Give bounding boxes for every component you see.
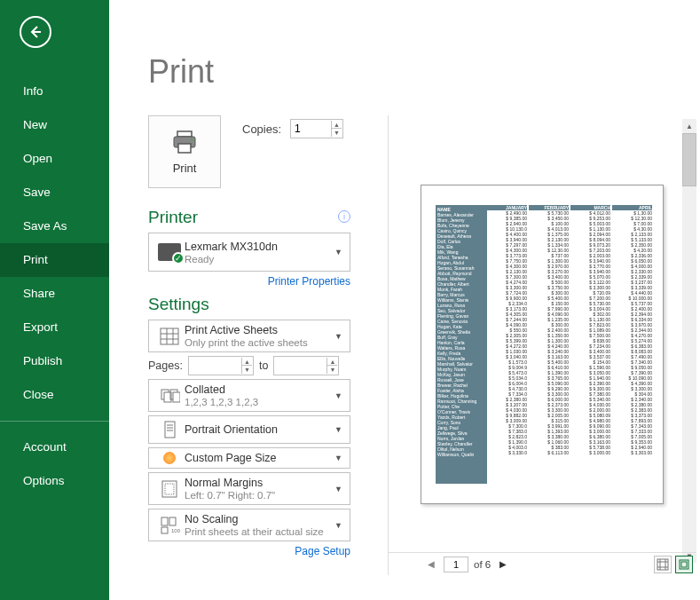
printer-properties-link[interactable]: Printer Properties [148, 275, 350, 288]
sidebar-item-save-as[interactable]: Save As [0, 209, 109, 243]
printer-heading: Printer [148, 208, 198, 227]
back-button[interactable] [20, 16, 51, 48]
copies-value: 1 [295, 122, 301, 135]
pages-label: Pages: [148, 359, 183, 372]
printer-status: Ready [185, 254, 333, 264]
sidebar-divider [0, 421, 109, 422]
current-page-input[interactable]: 1 [444, 557, 468, 572]
copies-input[interactable]: 1 ▲▼ [290, 119, 343, 138]
copies-up[interactable]: ▲ [331, 121, 342, 129]
pages-to-label: to [259, 359, 268, 372]
orientation-dropdown[interactable]: Portrait Orientation ▼ [148, 415, 350, 444]
svg-rect-5 [177, 131, 192, 137]
chevron-down-icon: ▼ [333, 521, 344, 530]
sidebar-item-save[interactable]: Save [0, 176, 109, 209]
prev-page-button[interactable]: ◀ [424, 559, 438, 569]
page-count-label: of 6 [474, 559, 491, 570]
portrait-icon [154, 420, 185, 439]
custom-size-icon [154, 452, 185, 464]
sidebar-item-account[interactable]: Account [0, 430, 109, 464]
sidebar-item-print[interactable]: Print [0, 243, 109, 277]
chevron-down-icon: ▼ [333, 425, 344, 434]
sidebar-item-publish[interactable]: Publish [0, 344, 109, 378]
scaling-dropdown[interactable]: 100 No Scaling Print sheets at their act… [148, 509, 350, 541]
page-title: Print [148, 53, 700, 91]
svg-rect-26 [161, 527, 168, 533]
sidebar-item-close[interactable]: Close [0, 378, 109, 412]
printer-dropdown[interactable]: ✓ Lexmark MX310dn Ready ▼ [148, 233, 350, 272]
svg-rect-23 [165, 484, 174, 494]
preview-scrollbar[interactable]: ▲ ▼ [682, 119, 696, 563]
info-icon[interactable]: i [338, 210, 350, 223]
collated-icon [154, 386, 185, 406]
svg-rect-34 [681, 562, 687, 567]
collation-dropdown[interactable]: Collated 1,2,3 1,2,3 1,2,3 ▼ [148, 379, 350, 412]
chevron-down-icon: ▼ [333, 332, 344, 341]
chevron-down-icon: ▼ [333, 391, 344, 400]
show-margins-button[interactable] [654, 556, 672, 573]
print-preview: ▲ ▼ NAMEBarnes, AlexanderBlum, JeremyBof… [388, 115, 696, 575]
svg-text:100: 100 [171, 528, 180, 533]
print-controls: Print Copies: 1 ▲▼ Printer i ✓ Lexmark M… [148, 115, 352, 563]
next-page-button[interactable]: ▶ [496, 559, 510, 569]
printer-icon [170, 130, 199, 154]
print-button[interactable]: Print [148, 115, 221, 188]
svg-rect-9 [161, 328, 178, 344]
print-what-dropdown[interactable]: Print Active Sheets Only print the activ… [148, 320, 350, 352]
printer-status-icon: ✓ [158, 243, 181, 261]
scroll-up-button[interactable]: ▲ [682, 119, 696, 133]
sidebar-item-open[interactable]: Open [0, 142, 109, 176]
sheets-icon [154, 327, 185, 346]
copies-label: Copies: [242, 122, 281, 136]
preview-footer: ◀ 1 of 6 ▶ [389, 552, 696, 575]
page-setup-link[interactable]: Page Setup [148, 545, 350, 557]
margins-icon [154, 479, 185, 499]
preview-page: NAMEBarnes, AlexanderBlum, JeremyBofa, C… [421, 185, 664, 504]
page-size-dropdown[interactable]: Custom Page Size ▼ [148, 447, 350, 469]
settings-heading: Settings [148, 295, 352, 314]
svg-rect-7 [178, 144, 191, 153]
svg-rect-24 [161, 517, 168, 525]
sidebar-item-export[interactable]: Export [0, 311, 109, 344]
backstage-sidebar: InfoNewOpenSaveSave AsPrintShareExportPu… [0, 0, 109, 600]
svg-rect-25 [169, 517, 176, 525]
sidebar-item-new[interactable]: New [0, 108, 109, 142]
margins-dropdown[interactable]: Normal Margins Left: 0.7" Right: 0.7" ▼ [148, 472, 350, 505]
sidebar-item-info[interactable]: Info [0, 75, 109, 108]
printer-name: Lexmark MX310dn [185, 241, 333, 253]
svg-rect-18 [165, 422, 175, 438]
main-area: Print Print Copies: 1 ▲▼ Print [109, 0, 700, 600]
chevron-down-icon: ▼ [333, 248, 344, 257]
scaling-icon: 100 [154, 516, 185, 535]
print-button-label: Print [173, 162, 197, 175]
preview-sheet: NAMEBarnes, AlexanderBlum, JeremyBofa, C… [436, 205, 654, 484]
chevron-down-icon: ▼ [333, 485, 344, 493]
sidebar-item-options[interactable]: Options [0, 464, 109, 498]
pages-to-input[interactable]: ▲▼ [273, 356, 339, 375]
copies-down[interactable]: ▼ [331, 129, 342, 137]
sidebar-item-share[interactable]: Share [0, 277, 109, 311]
svg-rect-28 [657, 559, 668, 570]
svg-point-8 [191, 138, 193, 139]
svg-rect-17 [173, 392, 180, 402]
chevron-down-icon: ▼ [333, 454, 344, 462]
scroll-handle[interactable] [682, 133, 696, 186]
zoom-to-page-button[interactable] [675, 556, 693, 573]
pages-from-input[interactable]: ▲▼ [188, 356, 254, 375]
